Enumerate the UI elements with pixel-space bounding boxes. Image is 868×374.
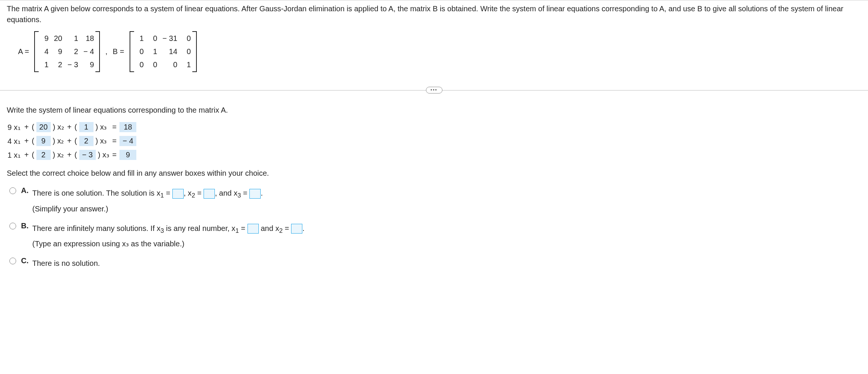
eq2-coef-x2[interactable]: 9 <box>36 136 51 146</box>
choice-b-x2-input[interactable] <box>291 224 302 234</box>
choice-a-x3-input[interactable] <box>249 189 261 199</box>
expand-button[interactable]: ••• <box>426 87 442 94</box>
matrix-a-label: A = <box>18 47 29 56</box>
matrix-b-label: B = <box>113 47 124 56</box>
choice-a: A. There is one solution. The solution i… <box>7 186 861 216</box>
choice-a-radio[interactable] <box>9 187 16 194</box>
eq2-coef-x3[interactable]: 2 <box>79 136 94 146</box>
subprompt: Write the system of linear equations cor… <box>7 106 861 115</box>
choice-b-radio[interactable] <box>9 223 16 229</box>
problem-statement: The matrix A given below corresponds to … <box>7 3 861 25</box>
matrix-a: 920118 492− 4 12− 39 <box>34 31 100 72</box>
choice-a-label: A. <box>21 186 29 195</box>
choice-a-x2-input[interactable] <box>204 189 215 199</box>
eq3-coef-x3[interactable]: − 3 <box>79 150 96 160</box>
choice-b-body: There are infinitely many solutions. If … <box>32 221 305 251</box>
choice-b-x1-input[interactable] <box>248 224 259 234</box>
choice-c-body: There is no solution. <box>32 256 100 270</box>
eq1-coef-x3[interactable]: 1 <box>79 122 94 132</box>
eq1-rhs[interactable]: 18 <box>119 122 136 132</box>
equations: 9 x₁ + ( 20 ) x₂ + ( 1 ) x₃ = 18 4 x₁ + … <box>7 122 861 160</box>
choice-b-label: B. <box>21 222 29 230</box>
choice-c: C. There is no solution. <box>7 256 861 270</box>
comma: , <box>105 47 107 56</box>
eq2-rhs[interactable]: − 4 <box>119 136 136 146</box>
matrices: A = 920118 492− 4 12− 39 , B = 10− 310 0… <box>7 31 861 79</box>
choice-a-x1-input[interactable] <box>172 189 184 199</box>
matrix-b: 10− 310 01140 0001 <box>130 31 197 72</box>
choice-b: B. There are infinitely many solutions. … <box>7 221 861 251</box>
choice-prompt: Select the correct choice below and fill… <box>7 169 861 178</box>
eq1-coef-x2[interactable]: 20 <box>36 122 51 132</box>
choice-a-body: There is one solution. The solution is x… <box>32 186 263 216</box>
eq3-rhs[interactable]: 9 <box>119 150 136 160</box>
choice-c-label: C. <box>21 256 29 265</box>
choice-c-radio[interactable] <box>9 258 16 264</box>
eq3-coef-x2[interactable]: 2 <box>36 150 51 160</box>
